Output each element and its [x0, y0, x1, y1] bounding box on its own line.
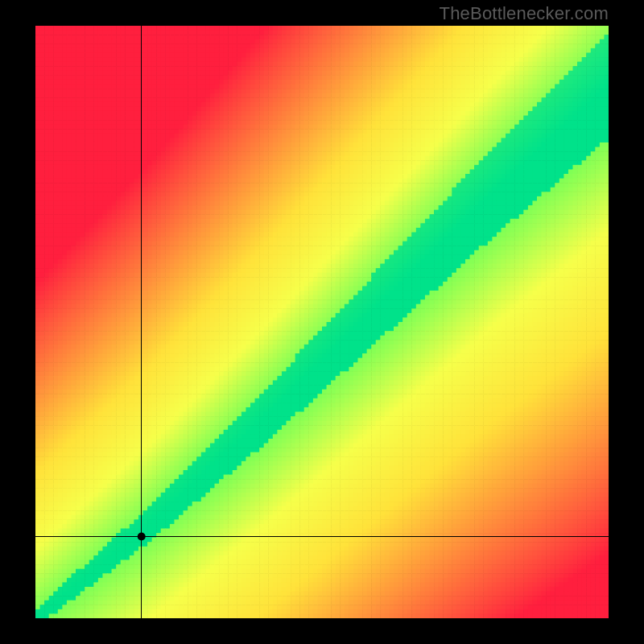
svg-rect-402	[116, 39, 121, 44]
svg-rect-6079	[317, 237, 322, 242]
svg-rect-5348	[483, 210, 488, 215]
svg-rect-11158	[134, 416, 138, 421]
svg-rect-10033	[255, 376, 260, 381]
svg-rect-7657	[506, 291, 510, 295]
svg-rect-5579	[371, 219, 376, 224]
svg-rect-14514	[259, 533, 264, 538]
svg-rect-1767	[497, 84, 502, 89]
svg-rect-2749	[308, 120, 313, 125]
svg-rect-14425	[434, 528, 439, 533]
svg-rect-14494	[170, 533, 175, 538]
svg-rect-9285	[345, 349, 349, 353]
svg-rect-2703	[102, 120, 107, 125]
svg-rect-9196	[519, 345, 524, 349]
svg-rect-3751	[210, 156, 215, 161]
svg-rect-14567	[497, 533, 502, 538]
svg-rect-2536	[502, 111, 506, 116]
svg-rect-5710	[385, 223, 390, 228]
svg-rect-1800	[72, 89, 76, 93]
svg-rect-1522	[546, 75, 551, 80]
svg-rect-16481	[470, 601, 475, 605]
svg-rect-9870	[98, 371, 103, 376]
svg-rect-10263	[138, 385, 143, 390]
svg-rect-24	[143, 26, 148, 31]
svg-rect-16340	[411, 596, 416, 601]
svg-rect-10544	[250, 394, 255, 398]
svg-rect-6535	[67, 254, 72, 259]
svg-rect-12552	[72, 465, 76, 470]
svg-rect-2544	[537, 111, 542, 116]
svg-rect-10722	[474, 398, 479, 403]
svg-rect-1208	[287, 66, 291, 71]
svg-rect-3493	[201, 147, 206, 152]
svg-rect-14864	[107, 547, 112, 551]
svg-rect-3574	[564, 147, 568, 152]
svg-rect-6895	[532, 264, 537, 269]
svg-rect-5592	[430, 219, 435, 224]
svg-rect-10605	[523, 394, 528, 398]
svg-rect-7621	[345, 291, 349, 295]
svg-rect-4753	[112, 192, 117, 196]
svg-rect-10754	[44, 402, 49, 407]
svg-rect-7704	[143, 295, 148, 300]
svg-rect-14785	[327, 542, 332, 547]
svg-rect-5094	[492, 200, 497, 205]
svg-rect-683	[228, 48, 233, 53]
svg-rect-8072	[72, 308, 76, 313]
svg-rect-1832	[215, 89, 220, 93]
svg-rect-1035	[85, 62, 89, 67]
svg-rect-12161	[40, 452, 45, 457]
svg-rect-6477	[380, 250, 385, 255]
svg-rect-7570	[116, 291, 121, 295]
svg-rect-15156	[268, 555, 273, 560]
svg-rect-4676	[340, 188, 345, 192]
svg-rect-6491	[443, 250, 448, 255]
svg-rect-2992	[250, 129, 255, 134]
svg-rect-14038	[420, 515, 425, 520]
svg-rect-14722	[44, 542, 49, 547]
svg-rect-13384	[358, 493, 363, 497]
svg-rect-12022	[564, 444, 568, 448]
svg-rect-14071	[568, 515, 573, 520]
svg-rect-14790	[349, 542, 353, 547]
svg-rect-993	[470, 57, 475, 62]
svg-rect-11678	[170, 434, 175, 439]
svg-rect-10329	[434, 385, 439, 390]
svg-rect-5377	[40, 214, 45, 219]
svg-rect-13800	[502, 506, 506, 511]
svg-rect-3949	[523, 160, 528, 165]
svg-rect-13516	[376, 497, 381, 502]
svg-rect-16859	[443, 613, 448, 618]
svg-rect-6916	[53, 268, 58, 273]
svg-rect-10549	[273, 394, 278, 398]
svg-rect-14667	[371, 538, 376, 543]
svg-rect-10386	[116, 390, 121, 394]
svg-rect-16636	[591, 605, 596, 609]
svg-rect-3117	[237, 134, 242, 138]
svg-rect-14501	[201, 533, 206, 538]
svg-rect-15830	[420, 578, 425, 583]
svg-rect-12650	[510, 465, 515, 470]
svg-rect-5633	[40, 223, 45, 228]
svg-rect-2138	[439, 97, 444, 102]
svg-rect-16312	[287, 596, 291, 601]
svg-rect-2201	[147, 102, 152, 107]
svg-rect-2626	[331, 116, 336, 121]
svg-rect-5487	[532, 214, 537, 219]
svg-rect-4924	[304, 196, 309, 201]
svg-rect-11473	[398, 425, 403, 430]
svg-rect-9440	[465, 353, 470, 358]
svg-rect-12876	[376, 475, 381, 480]
svg-rect-12127	[460, 448, 465, 452]
svg-rect-10343	[497, 385, 502, 390]
svg-rect-5456	[394, 214, 398, 219]
svg-rect-16676	[196, 609, 201, 614]
svg-rect-11001	[577, 407, 582, 412]
svg-rect-16577	[327, 605, 332, 609]
svg-rect-1170	[116, 66, 121, 71]
svg-rect-10307	[336, 385, 341, 390]
svg-rect-14439	[497, 528, 502, 533]
svg-rect-8354	[188, 317, 192, 322]
svg-rect-10166	[277, 380, 282, 385]
svg-rect-13297	[542, 488, 547, 493]
